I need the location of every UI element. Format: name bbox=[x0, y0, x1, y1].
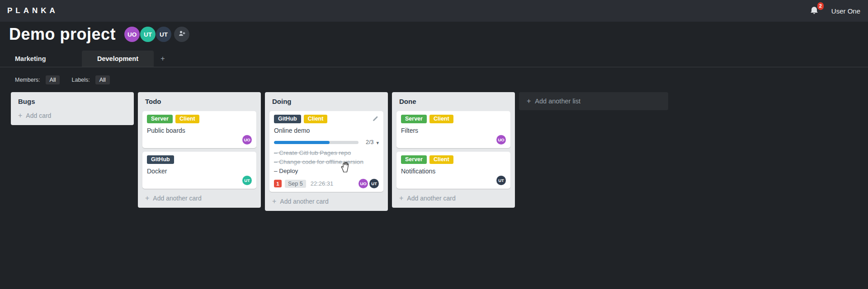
card-members: UO bbox=[147, 135, 252, 144]
card-title: Filters bbox=[401, 127, 506, 134]
labels-filter-label: Labels: bbox=[71, 77, 90, 83]
avatar[interactable]: UT bbox=[156, 27, 171, 42]
card-label: Server bbox=[401, 155, 427, 164]
task-item: Change code for offline version bbox=[274, 158, 379, 167]
plus-icon bbox=[272, 197, 276, 205]
members-filter-value[interactable]: All bbox=[46, 75, 60, 84]
plus-icon bbox=[160, 54, 165, 63]
project-members: UO UT UT bbox=[124, 27, 189, 42]
page-title[interactable]: Demo project bbox=[9, 25, 116, 44]
add-member-button[interactable] bbox=[174, 27, 189, 42]
progress-count: 2/3 bbox=[366, 139, 373, 145]
list-done: Done Server Client Filters UO Server Cli… bbox=[392, 92, 515, 208]
filter-bar: Members: All Labels: All bbox=[15, 75, 110, 84]
due-date-badge[interactable]: Sep 5 bbox=[285, 180, 306, 188]
person-add-icon bbox=[178, 29, 186, 39]
board-tabs: Marketing Development bbox=[0, 51, 868, 67]
tab-development[interactable]: Development bbox=[82, 51, 154, 67]
card-title: Notifications bbox=[401, 168, 506, 175]
add-another-list-button[interactable]: Add another list bbox=[519, 92, 668, 110]
avatar[interactable]: UO bbox=[124, 27, 140, 42]
label-row: GitHub bbox=[147, 155, 252, 164]
add-card-button[interactable]: Add card bbox=[18, 112, 129, 120]
card-members: UT bbox=[401, 176, 506, 185]
list-doing: Doing GitHub Client Online demo bbox=[265, 92, 388, 211]
card-label: Client bbox=[304, 115, 328, 123]
edit-card-button[interactable] bbox=[372, 115, 379, 122]
card-label: Client bbox=[429, 155, 453, 164]
chevron-down-icon[interactable] bbox=[373, 138, 379, 146]
label-row: GitHub Client bbox=[274, 115, 379, 123]
card-notifications[interactable]: Server Client Notifications UT bbox=[396, 152, 510, 189]
card-title: Docker bbox=[147, 168, 252, 175]
avatar[interactable]: UO bbox=[242, 135, 252, 144]
add-board-button[interactable] bbox=[157, 51, 168, 67]
timer-value[interactable]: 22:26:31 bbox=[311, 180, 334, 187]
avatar[interactable]: UT bbox=[496, 176, 506, 185]
planka-app: PLANKA 2 User One Demo project UO UT UT bbox=[0, 0, 868, 289]
label-row: Server Client bbox=[147, 115, 252, 123]
card-filters[interactable]: Server Client Filters UO bbox=[396, 111, 510, 148]
card-title: Public boards bbox=[147, 127, 252, 134]
card-members: UO UT bbox=[359, 179, 379, 188]
plus-icon bbox=[399, 194, 403, 202]
card-notification-badge: 1 bbox=[274, 180, 282, 187]
user-menu[interactable]: User One bbox=[831, 7, 860, 15]
plus-icon bbox=[527, 97, 531, 105]
card-label: Client bbox=[175, 115, 199, 123]
pencil-icon bbox=[372, 116, 379, 124]
task-item: Deploy bbox=[274, 167, 379, 176]
progress-fill bbox=[274, 141, 330, 144]
avatar[interactable]: UO bbox=[359, 179, 368, 188]
add-another-card-button[interactable]: Add another card bbox=[272, 197, 383, 205]
list-title[interactable]: Doing bbox=[272, 98, 383, 105]
notifications-badge: 2 bbox=[817, 2, 824, 10]
add-card-label: Add another card bbox=[407, 195, 455, 202]
card-label: Client bbox=[429, 115, 453, 123]
label-row: Server Client bbox=[401, 115, 506, 123]
tasks-progress: 2/3 bbox=[274, 138, 379, 146]
card-label: GitHub bbox=[274, 115, 301, 123]
topbar-right: 2 User One bbox=[809, 5, 860, 16]
plus-icon bbox=[18, 112, 22, 120]
card-docker[interactable]: GitHub Docker UT bbox=[142, 152, 256, 189]
top-bar: PLANKA 2 User One bbox=[0, 0, 868, 22]
label-row: Server Client bbox=[401, 155, 506, 164]
add-another-card-button[interactable]: Add another card bbox=[145, 194, 256, 202]
project-header: Demo project UO UT UT bbox=[9, 25, 189, 44]
members-filter-label: Members: bbox=[15, 77, 40, 83]
progress-bar bbox=[274, 141, 359, 144]
tab-marketing[interactable]: Marketing bbox=[15, 51, 46, 67]
task-item: Create GitHub Pages repo bbox=[274, 149, 379, 158]
add-card-label: Add card bbox=[26, 112, 51, 119]
notifications-button[interactable]: 2 bbox=[809, 5, 820, 16]
card-label: Server bbox=[147, 115, 173, 123]
planka-logo: PLANKA bbox=[7, 6, 58, 15]
avatar[interactable]: UO bbox=[496, 135, 506, 144]
add-card-label: Add another card bbox=[280, 198, 328, 205]
list-bugs: Bugs Add card bbox=[11, 92, 134, 125]
card-online-demo[interactable]: GitHub Client Online demo 2/3 Create Git… bbox=[269, 111, 383, 192]
avatar[interactable]: UT bbox=[369, 179, 379, 188]
add-card-label: Add another card bbox=[153, 195, 201, 202]
list-title[interactable]: Bugs bbox=[18, 98, 129, 105]
list-title[interactable]: Todo bbox=[145, 98, 256, 105]
bell-icon bbox=[809, 10, 820, 18]
card-label: GitHub bbox=[147, 155, 174, 164]
avatar[interactable]: UT bbox=[242, 176, 252, 185]
labels-filter-value[interactable]: All bbox=[95, 75, 110, 84]
card-members: UT bbox=[147, 176, 252, 185]
card-footer: 1 Sep 5 22:26:31 UO UT bbox=[274, 179, 379, 188]
card-members: UO bbox=[401, 135, 506, 144]
list-todo: Todo Server Client Public boards UO GitH… bbox=[138, 92, 261, 208]
card-public-boards[interactable]: Server Client Public boards UO bbox=[142, 111, 256, 148]
avatar[interactable]: UT bbox=[140, 27, 156, 42]
card-stack: GitHub Client Online demo 2/3 Create Git… bbox=[269, 111, 383, 192]
board: Bugs Add card Todo Server Client Public … bbox=[11, 92, 668, 211]
card-stack: Server Client Public boards UO GitHub Do… bbox=[142, 111, 256, 189]
add-list-label: Add another list bbox=[535, 98, 580, 105]
card-title: Online demo bbox=[274, 127, 379, 134]
list-title[interactable]: Done bbox=[399, 98, 510, 105]
card-label: Server bbox=[401, 115, 427, 123]
add-another-card-button[interactable]: Add another card bbox=[399, 194, 510, 202]
